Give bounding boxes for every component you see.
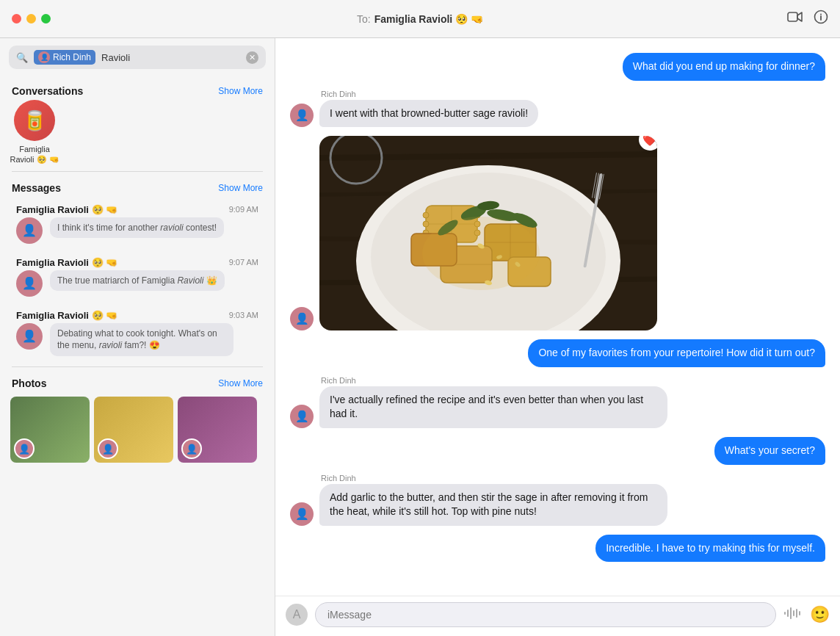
search-contact-avatar: 👤 — [38, 51, 50, 63]
message-input[interactable] — [315, 602, 776, 627]
bubble-6: What's your secret? — [714, 437, 825, 465]
divider-1 — [12, 171, 263, 172]
fullscreen-button[interactable] — [41, 14, 51, 24]
msg-preview-3: Debating what to cook tonight. What's on… — [50, 323, 233, 357]
emoji-icon[interactable]: 🙂 — [810, 605, 830, 624]
msg-result-header-3: Famiglia Ravioli 🥺 🤜 9:03 AM — [16, 310, 258, 321]
photo-item-3[interactable]: 👤 — [178, 397, 257, 463]
search-clear-button[interactable]: ✕ — [246, 51, 258, 64]
svg-rect-42 — [784, 612, 786, 615]
info-icon[interactable] — [814, 10, 828, 28]
msg-content-2: Rich Dinh I went with that browned-butte… — [319, 90, 538, 128]
photos-grid: 👤 👤 👤 — [0, 392, 275, 467]
bubble-8: Incredible. I have to try making this fo… — [595, 535, 825, 563]
titlebar-recipient: To: Famiglia Ravioli 🥺 🤜 — [357, 13, 483, 25]
conversations-header: Conversations Show More — [0, 79, 275, 100]
msg-result-body-1: 👤 I think it's time for another ravioli … — [16, 217, 258, 244]
svg-point-14 — [423, 221, 429, 227]
conversation-avatar: 🥫 — [14, 100, 55, 141]
bubble-7: Add garlic to the butter, and then stir … — [319, 484, 667, 526]
msg-preview-2: The true matriarch of Famiglia Ravioli 👑 — [50, 270, 225, 292]
chat-avatar-7: 👤 — [290, 502, 314, 526]
msg-result-body-2: 👤 The true matriarch of Famiglia Ravioli… — [16, 270, 258, 297]
message-result-1[interactable]: Famiglia Ravioli 🥺 🤜 9:09 AM 👤 I think i… — [6, 198, 269, 250]
svg-rect-45 — [793, 610, 794, 616]
msg-preview-1: I think it's time for another ravioli co… — [50, 217, 224, 239]
titlebar: To: Famiglia Ravioli 🥺 🤜 — [0, 0, 840, 38]
conversations-show-more[interactable]: Show More — [218, 86, 263, 96]
conversations-title: Conversations — [12, 85, 83, 97]
msg-sender-2: Rich Dinh — [321, 90, 538, 98]
svg-point-35 — [422, 217, 540, 290]
svg-rect-47 — [799, 611, 800, 615]
msg-result-body-3: 👤 Debating what to cook tonight. What's … — [16, 323, 258, 357]
chat-avatar-2: 👤 — [290, 104, 314, 127]
msg-row-2: 👤 Rich Dinh I went with that browned-but… — [290, 90, 825, 128]
traffic-lights — [12, 14, 51, 24]
msg-time-1: 9:09 AM — [229, 205, 258, 214]
minimize-button[interactable] — [26, 14, 36, 24]
to-label: To: — [357, 13, 371, 25]
photo-item-1[interactable]: 👤 — [10, 397, 90, 463]
photos-show-more[interactable]: Show More — [218, 378, 263, 389]
message-result-2[interactable]: Famiglia Ravioli 🥺 🤜 9:07 AM 👤 The true … — [6, 251, 269, 303]
input-avatar: A — [286, 604, 308, 626]
msg-content-8: Incredible. I have to try making this fo… — [595, 535, 825, 563]
svg-rect-46 — [796, 609, 797, 618]
conversation-name: FamigliaRavioli 🥺 🤜 — [10, 144, 59, 165]
msg-content-4: One of my favorites from your repertoire… — [528, 339, 825, 367]
chat-avatar-3: 👤 — [290, 307, 314, 330]
messages-show-more[interactable]: Show More — [218, 183, 263, 193]
search-bar[interactable]: 🔍 👤 Rich Dinh Ravioli ✕ — [9, 46, 266, 69]
audio-waveform-icon[interactable] — [783, 607, 803, 624]
msg-avatar-3: 👤 — [16, 323, 43, 350]
photos-section: Photos Show More 👤 👤 👤 — [0, 372, 275, 476]
msg-row-8: Incredible. I have to try making this fo… — [290, 535, 825, 563]
search-contact-name: Rich Dinh — [53, 52, 91, 62]
search-query: Ravioli — [101, 52, 240, 63]
msg-time-3: 9:03 AM — [229, 311, 258, 319]
chat-area: What did you end up making for dinner? 👤… — [275, 38, 840, 636]
msg-row-1: What did you end up making for dinner? — [290, 53, 825, 81]
sidebar-content: Conversations Show More 🥫 FamigliaRaviol… — [0, 76, 275, 636]
close-button[interactable] — [12, 14, 21, 24]
msg-group-name-2: Famiglia Ravioli 🥺 🤜 — [16, 257, 117, 268]
msg-content-7: Rich Dinh Add garlic to the butter, and … — [319, 474, 667, 526]
messages-container: What did you end up making for dinner? 👤… — [275, 38, 840, 596]
svg-rect-43 — [787, 610, 789, 617]
svg-line-4 — [319, 154, 657, 158]
msg-result-header-1: Famiglia Ravioli 🥺 🤜 9:09 AM — [16, 204, 258, 215]
photo-item-2[interactable]: 👤 — [94, 397, 173, 463]
msg-row-4: One of my favorites from your repertoire… — [290, 339, 825, 367]
svg-point-2 — [820, 14, 822, 15]
msg-row-7: 👤 Rich Dinh Add garlic to the butter, an… — [290, 474, 825, 526]
bubble-4: One of my favorites from your repertoire… — [528, 339, 825, 367]
photos-title: Photos — [12, 377, 46, 389]
bubble-2: I went with that browned-butter sage rav… — [319, 100, 538, 128]
search-contact-badge: 👤 Rich Dinh — [34, 50, 95, 65]
message-result-3[interactable]: Famiglia Ravioli 🥺 🤜 9:03 AM 👤 Debating … — [6, 304, 269, 363]
messages-title: Messages — [12, 182, 61, 194]
titlebar-actions — [787, 10, 828, 28]
search-icon: 🔍 — [16, 52, 28, 63]
photo-avatar-3: 👤 — [181, 438, 202, 459]
msg-group-name-3: Famiglia Ravioli 🥺 🤜 — [16, 310, 117, 321]
msg-row-6: What's your secret? — [290, 437, 825, 465]
input-area: A 🙂 — [275, 596, 840, 636]
video-call-icon[interactable] — [787, 11, 803, 26]
photo-avatar-2: 👤 — [98, 438, 118, 459]
recipient-name: Famiglia Ravioli 🥺 🤜 — [374, 13, 483, 25]
msg-sender-5: Rich Dinh — [321, 376, 667, 385]
bubble-1: What did you end up making for dinner? — [623, 53, 825, 81]
svg-rect-44 — [790, 607, 792, 619]
msg-sender-7: Rich Dinh — [321, 474, 667, 483]
conversation-item-famiglia[interactable]: 🥫 FamigliaRavioli 🥺 🤜 — [9, 100, 60, 165]
ravioli-image[interactable]: ❤️ — [319, 136, 657, 330]
chat-avatar-5: 👤 — [290, 405, 314, 428]
divider-2 — [12, 366, 263, 367]
sidebar: 🔍 👤 Rich Dinh Ravioli ✕ Conversations Sh… — [0, 38, 275, 636]
msg-avatar-1: 👤 — [16, 217, 43, 244]
msg-group-name-1: Famiglia Ravioli 🥺 🤜 — [16, 204, 117, 215]
messages-header: Messages Show More — [0, 176, 275, 197]
msg-result-header-2: Famiglia Ravioli 🥺 🤜 9:07 AM — [16, 257, 258, 268]
